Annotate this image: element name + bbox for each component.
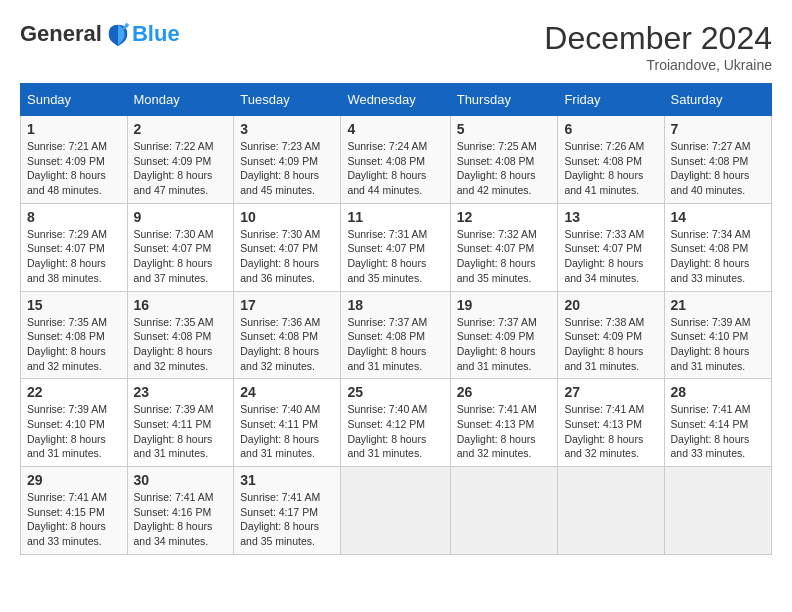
day-number: 6	[564, 121, 657, 137]
month-title: December 2024	[544, 20, 772, 57]
calendar-cell: 4 Sunrise: 7:24 AM Sunset: 4:08 PM Dayli…	[341, 116, 450, 204]
calendar-cell: 6 Sunrise: 7:26 AM Sunset: 4:08 PM Dayli…	[558, 116, 664, 204]
calendar-cell: 27 Sunrise: 7:41 AM Sunset: 4:13 PM Dayl…	[558, 379, 664, 467]
calendar-cell: 2 Sunrise: 7:22 AM Sunset: 4:09 PM Dayli…	[127, 116, 234, 204]
calendar-cell: 11 Sunrise: 7:31 AM Sunset: 4:07 PM Dayl…	[341, 203, 450, 291]
day-info: Sunrise: 7:41 AM Sunset: 4:17 PM Dayligh…	[240, 490, 334, 549]
calendar-cell: 23 Sunrise: 7:39 AM Sunset: 4:11 PM Dayl…	[127, 379, 234, 467]
day-info: Sunrise: 7:37 AM Sunset: 4:08 PM Dayligh…	[347, 315, 443, 374]
day-info: Sunrise: 7:40 AM Sunset: 4:11 PM Dayligh…	[240, 402, 334, 461]
page-header: General Blue December 2024 Troiandove, U…	[20, 20, 772, 73]
calendar-cell: 26 Sunrise: 7:41 AM Sunset: 4:13 PM Dayl…	[450, 379, 558, 467]
weekday-header-tuesday: Tuesday	[234, 84, 341, 116]
calendar-cell: 15 Sunrise: 7:35 AM Sunset: 4:08 PM Dayl…	[21, 291, 128, 379]
day-info: Sunrise: 7:40 AM Sunset: 4:12 PM Dayligh…	[347, 402, 443, 461]
day-number: 12	[457, 209, 552, 225]
calendar-cell: 8 Sunrise: 7:29 AM Sunset: 4:07 PM Dayli…	[21, 203, 128, 291]
calendar-week-row: 8 Sunrise: 7:29 AM Sunset: 4:07 PM Dayli…	[21, 203, 772, 291]
day-number: 17	[240, 297, 334, 313]
day-number: 5	[457, 121, 552, 137]
day-number: 11	[347, 209, 443, 225]
day-info: Sunrise: 7:36 AM Sunset: 4:08 PM Dayligh…	[240, 315, 334, 374]
weekday-header-friday: Friday	[558, 84, 664, 116]
logo-general: General	[20, 21, 102, 47]
day-info: Sunrise: 7:22 AM Sunset: 4:09 PM Dayligh…	[134, 139, 228, 198]
day-info: Sunrise: 7:26 AM Sunset: 4:08 PM Dayligh…	[564, 139, 657, 198]
day-info: Sunrise: 7:27 AM Sunset: 4:08 PM Dayligh…	[671, 139, 766, 198]
calendar-cell: 25 Sunrise: 7:40 AM Sunset: 4:12 PM Dayl…	[341, 379, 450, 467]
day-number: 18	[347, 297, 443, 313]
calendar-cell	[341, 467, 450, 555]
calendar-cell: 3 Sunrise: 7:23 AM Sunset: 4:09 PM Dayli…	[234, 116, 341, 204]
day-number: 15	[27, 297, 121, 313]
calendar-week-row: 15 Sunrise: 7:35 AM Sunset: 4:08 PM Dayl…	[21, 291, 772, 379]
day-number: 28	[671, 384, 766, 400]
day-info: Sunrise: 7:25 AM Sunset: 4:08 PM Dayligh…	[457, 139, 552, 198]
day-number: 1	[27, 121, 121, 137]
calendar-table: SundayMondayTuesdayWednesdayThursdayFrid…	[20, 83, 772, 555]
calendar-cell: 31 Sunrise: 7:41 AM Sunset: 4:17 PM Dayl…	[234, 467, 341, 555]
calendar-cell: 30 Sunrise: 7:41 AM Sunset: 4:16 PM Dayl…	[127, 467, 234, 555]
weekday-header-monday: Monday	[127, 84, 234, 116]
day-number: 23	[134, 384, 228, 400]
calendar-cell: 1 Sunrise: 7:21 AM Sunset: 4:09 PM Dayli…	[21, 116, 128, 204]
day-number: 26	[457, 384, 552, 400]
day-info: Sunrise: 7:37 AM Sunset: 4:09 PM Dayligh…	[457, 315, 552, 374]
calendar-cell	[664, 467, 772, 555]
day-number: 10	[240, 209, 334, 225]
day-info: Sunrise: 7:34 AM Sunset: 4:08 PM Dayligh…	[671, 227, 766, 286]
logo-icon	[104, 20, 132, 48]
calendar-cell: 14 Sunrise: 7:34 AM Sunset: 4:08 PM Dayl…	[664, 203, 772, 291]
weekday-header-row: SundayMondayTuesdayWednesdayThursdayFrid…	[21, 84, 772, 116]
weekday-header-thursday: Thursday	[450, 84, 558, 116]
calendar-cell: 24 Sunrise: 7:40 AM Sunset: 4:11 PM Dayl…	[234, 379, 341, 467]
calendar-cell: 22 Sunrise: 7:39 AM Sunset: 4:10 PM Dayl…	[21, 379, 128, 467]
calendar-cell: 13 Sunrise: 7:33 AM Sunset: 4:07 PM Dayl…	[558, 203, 664, 291]
weekday-header-wednesday: Wednesday	[341, 84, 450, 116]
day-number: 14	[671, 209, 766, 225]
calendar-cell: 29 Sunrise: 7:41 AM Sunset: 4:15 PM Dayl…	[21, 467, 128, 555]
calendar-cell: 10 Sunrise: 7:30 AM Sunset: 4:07 PM Dayl…	[234, 203, 341, 291]
calendar-cell: 17 Sunrise: 7:36 AM Sunset: 4:08 PM Dayl…	[234, 291, 341, 379]
day-info: Sunrise: 7:35 AM Sunset: 4:08 PM Dayligh…	[27, 315, 121, 374]
calendar-cell: 7 Sunrise: 7:27 AM Sunset: 4:08 PM Dayli…	[664, 116, 772, 204]
location: Troiandove, Ukraine	[544, 57, 772, 73]
calendar-cell: 9 Sunrise: 7:30 AM Sunset: 4:07 PM Dayli…	[127, 203, 234, 291]
calendar-week-row: 22 Sunrise: 7:39 AM Sunset: 4:10 PM Dayl…	[21, 379, 772, 467]
day-info: Sunrise: 7:24 AM Sunset: 4:08 PM Dayligh…	[347, 139, 443, 198]
logo-blue: Blue	[132, 21, 180, 47]
calendar-cell: 18 Sunrise: 7:37 AM Sunset: 4:08 PM Dayl…	[341, 291, 450, 379]
day-info: Sunrise: 7:41 AM Sunset: 4:14 PM Dayligh…	[671, 402, 766, 461]
day-number: 13	[564, 209, 657, 225]
day-number: 22	[27, 384, 121, 400]
weekday-header-saturday: Saturday	[664, 84, 772, 116]
day-info: Sunrise: 7:39 AM Sunset: 4:11 PM Dayligh…	[134, 402, 228, 461]
day-info: Sunrise: 7:29 AM Sunset: 4:07 PM Dayligh…	[27, 227, 121, 286]
day-info: Sunrise: 7:30 AM Sunset: 4:07 PM Dayligh…	[134, 227, 228, 286]
day-info: Sunrise: 7:38 AM Sunset: 4:09 PM Dayligh…	[564, 315, 657, 374]
title-block: December 2024 Troiandove, Ukraine	[544, 20, 772, 73]
day-number: 2	[134, 121, 228, 137]
day-number: 27	[564, 384, 657, 400]
day-info: Sunrise: 7:35 AM Sunset: 4:08 PM Dayligh…	[134, 315, 228, 374]
day-number: 21	[671, 297, 766, 313]
day-info: Sunrise: 7:41 AM Sunset: 4:13 PM Dayligh…	[457, 402, 552, 461]
weekday-header-sunday: Sunday	[21, 84, 128, 116]
day-number: 8	[27, 209, 121, 225]
calendar-cell: 28 Sunrise: 7:41 AM Sunset: 4:14 PM Dayl…	[664, 379, 772, 467]
calendar-cell: 20 Sunrise: 7:38 AM Sunset: 4:09 PM Dayl…	[558, 291, 664, 379]
calendar-week-row: 29 Sunrise: 7:41 AM Sunset: 4:15 PM Dayl…	[21, 467, 772, 555]
day-info: Sunrise: 7:41 AM Sunset: 4:13 PM Dayligh…	[564, 402, 657, 461]
calendar-week-row: 1 Sunrise: 7:21 AM Sunset: 4:09 PM Dayli…	[21, 116, 772, 204]
day-info: Sunrise: 7:23 AM Sunset: 4:09 PM Dayligh…	[240, 139, 334, 198]
day-info: Sunrise: 7:39 AM Sunset: 4:10 PM Dayligh…	[27, 402, 121, 461]
day-info: Sunrise: 7:21 AM Sunset: 4:09 PM Dayligh…	[27, 139, 121, 198]
day-info: Sunrise: 7:33 AM Sunset: 4:07 PM Dayligh…	[564, 227, 657, 286]
day-number: 19	[457, 297, 552, 313]
calendar-cell: 19 Sunrise: 7:37 AM Sunset: 4:09 PM Dayl…	[450, 291, 558, 379]
day-info: Sunrise: 7:41 AM Sunset: 4:16 PM Dayligh…	[134, 490, 228, 549]
day-info: Sunrise: 7:39 AM Sunset: 4:10 PM Dayligh…	[671, 315, 766, 374]
day-number: 7	[671, 121, 766, 137]
day-number: 9	[134, 209, 228, 225]
day-info: Sunrise: 7:32 AM Sunset: 4:07 PM Dayligh…	[457, 227, 552, 286]
